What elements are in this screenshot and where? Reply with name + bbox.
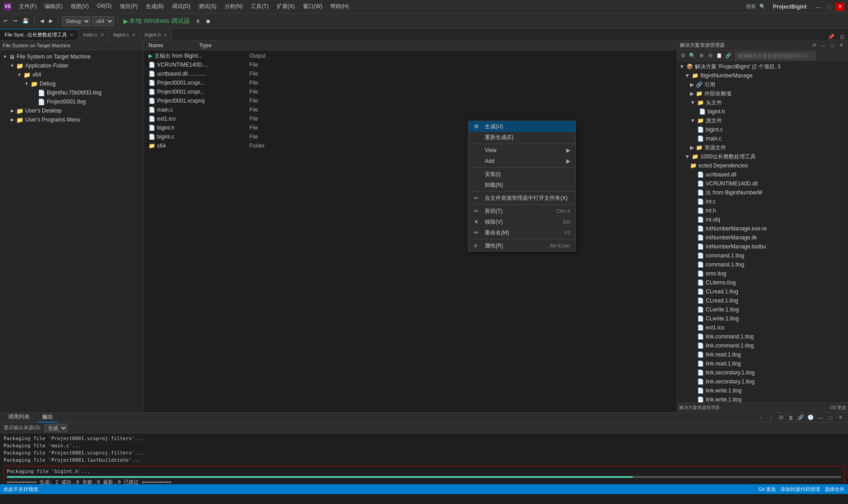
- ctx-uninstall[interactable]: 卸载(N): [469, 180, 576, 190]
- sol-lastbu[interactable]: 📄 intNumberManage.lastbu: [677, 242, 848, 251]
- menu-analyze[interactable]: 分析(N): [221, 2, 247, 11]
- rp-toolbar-btn-1[interactable]: ⚙: [679, 52, 687, 60]
- file-row-ucrtbased[interactable]: 📄 ucrtbased.dll............ File: [144, 69, 677, 78]
- tab-biginth[interactable]: bigint.h ✕: [140, 29, 172, 40]
- file-row-bigintc[interactable]: 📄 bigint.c File: [144, 132, 677, 141]
- tree-item-desktop[interactable]: ▶ 📁 User's Desktop: [0, 106, 144, 115]
- output-tab-callstack[interactable]: 调用列表: [4, 413, 34, 423]
- out-btn-2[interactable]: ↓: [767, 414, 775, 422]
- sol-linkcmd1[interactable]: 📄 link.command.1.tlog: [677, 332, 848, 341]
- sol-clread1[interactable]: 📄 CLread.1.tlog: [677, 287, 848, 296]
- out-btn-5[interactable]: 🔗: [797, 414, 805, 422]
- sol-exe-recipe[interactable]: 📄 intNumberManage.exe.re: [677, 224, 848, 233]
- ctx-properties[interactable]: ≡ 属性(R) Alt+Enter: [469, 240, 576, 251]
- sol-longint-project[interactable]: ▼ 📁 1000位长整数处理工具: [677, 152, 848, 161]
- nav-back-button[interactable]: ◀: [38, 16, 45, 27]
- ctx-add[interactable]: Add ▶: [469, 156, 576, 166]
- save-button[interactable]: 💾: [21, 16, 31, 27]
- maximize-button[interactable]: □: [825, 3, 834, 11]
- file-row-x64folder[interactable]: 📁 x64 Folder: [144, 141, 677, 150]
- sol-linkread1[interactable]: 📄 link.read.1.tlog: [677, 350, 848, 359]
- rp-toolbar-btn-4[interactable]: ⊟: [706, 52, 714, 60]
- file-row-proj2[interactable]: 📄 Project0001.vcxpr... File: [144, 87, 677, 96]
- tab-bigintc-close[interactable]: ✕: [132, 32, 135, 37]
- rp-collapse-button[interactable]: —: [819, 41, 827, 50]
- out-btn-6[interactable]: 🕐: [807, 414, 815, 422]
- menu-git[interactable]: Git(G): [93, 2, 115, 11]
- sol-externaldeps[interactable]: ▶ 📁 外部依赖项: [677, 89, 848, 98]
- debug-config-select[interactable]: Debug: [62, 16, 90, 26]
- menu-extensions[interactable]: 扩展(X): [273, 2, 298, 11]
- sol-bigintmanage[interactable]: ▼ 📁 BigintNumberManage: [677, 71, 848, 80]
- file-row-output[interactable]: ▶ 主输出 from Bigint... Output: [144, 51, 677, 60]
- split-button[interactable]: ⊟: [838, 34, 846, 40]
- sol-intobj[interactable]: 📄 int.obj: [677, 215, 848, 224]
- sol-sourcefiles[interactable]: ▼ 📁 源文件: [677, 116, 848, 125]
- tree-item-proj0001[interactable]: 📄 Project0001.tlog: [0, 97, 144, 106]
- rp-close-button[interactable]: ✕: [837, 41, 845, 50]
- sol-bigintc-src[interactable]: 📄 bigint.c: [677, 125, 848, 134]
- ctx-build[interactable]: ⚙ 生成(U): [469, 121, 576, 132]
- platform-select[interactable]: x64: [92, 16, 114, 26]
- sol-cmd1[interactable]: 📄 command.1.tlog: [677, 251, 848, 260]
- menu-project[interactable]: 项目(P): [116, 2, 141, 11]
- pause-button[interactable]: ⏸: [194, 16, 202, 27]
- sol-ucrtbased[interactable]: 📄 ucrtbased.dll: [677, 170, 848, 179]
- redo-button[interactable]: ↪: [11, 16, 19, 27]
- run-button[interactable]: ▶ 本地 Windows 调试器: [122, 16, 192, 27]
- rp-toolbar-btn-3[interactable]: ⊞: [697, 52, 705, 60]
- file-row-proj3[interactable]: 📄 Project0001.vcxproj File: [144, 96, 677, 105]
- sol-linkwrite1[interactable]: 📄 link.write.1.tlog: [677, 386, 848, 395]
- out-btn-3[interactable]: ⊟: [777, 414, 785, 422]
- menu-window[interactable]: 窗口(W): [299, 2, 326, 11]
- sol-resfiles[interactable]: ▶ 📁 资源文件: [677, 143, 848, 152]
- tree-item-programs[interactable]: ▶ 📁 User's Programs Menu: [0, 115, 144, 124]
- solution-search-input[interactable]: [735, 51, 816, 60]
- pin-button[interactable]: 📌: [826, 34, 836, 40]
- menu-build[interactable]: 生成(B): [142, 2, 167, 11]
- tab-mainc-close[interactable]: ✕: [100, 32, 104, 37]
- rp-toolbar-btn-6[interactable]: 🔗: [724, 52, 732, 60]
- minimize-button[interactable]: —: [814, 3, 823, 11]
- sol-linkread2[interactable]: 📄 link.read.1.tlog: [677, 359, 848, 368]
- nav-forward-button[interactable]: ▶: [47, 16, 54, 27]
- tree-item-x64[interactable]: ▼ 📁 x64: [0, 70, 144, 79]
- sol-refs[interactable]: ▶ 🔗 引用: [677, 80, 848, 89]
- tab-mainc[interactable]: main.c ✕: [78, 29, 108, 40]
- out-btn-4[interactable]: 🗑: [787, 414, 795, 422]
- menu-help[interactable]: 帮助(H): [327, 2, 352, 11]
- ctx-cut[interactable]: ✂ 剪切(T) Ctrl+X: [469, 206, 576, 216]
- output-source-select[interactable]: 生成: [44, 424, 68, 432]
- sol-vcruntime[interactable]: 📄 VCRUNTIME140D.dll: [677, 179, 848, 188]
- output-expand-btn[interactable]: □: [826, 414, 834, 422]
- sol-linkwrite2[interactable]: 📄 link.write.1.tlog: [677, 395, 848, 402]
- sol-ilk[interactable]: 📄 intNumberManage.ilk: [677, 233, 848, 242]
- sol-solution[interactable]: ▼ 📦 解决方案 'ProjectBigint' (2 个项目, 3: [677, 62, 848, 71]
- ctx-open-folder[interactable]: ↩ 在文件资源管理器中打开文件夹(X): [469, 193, 576, 203]
- tab-biginth-close[interactable]: ✕: [163, 32, 167, 37]
- sol-cmd2[interactable]: 📄 command.1.tlog: [677, 260, 848, 269]
- sol-intc[interactable]: 📄 int.c: [677, 197, 848, 206]
- ctx-rename[interactable]: ✏ 重命名(M) F2: [469, 227, 576, 238]
- file-row-ext1ico[interactable]: 📄 ext1.ico File: [144, 114, 677, 123]
- ctx-rebuild[interactable]: 重新生成(E): [469, 132, 576, 143]
- rp-sync-button[interactable]: ⟳: [810, 41, 818, 50]
- menu-view[interactable]: 视图(V): [67, 2, 92, 11]
- menu-tools[interactable]: 工具(T): [247, 2, 272, 11]
- sol-ems[interactable]: 📄 ems.tlog: [677, 269, 848, 278]
- tree-item-appfolder[interactable]: ▼ 📁 Application Folder: [0, 61, 144, 70]
- undo-button[interactable]: ↩: [2, 16, 9, 27]
- tree-item-root[interactable]: ▼ 🖥 File System on Target Machine: [0, 52, 144, 61]
- menu-test[interactable]: 测试(S): [195, 2, 220, 11]
- sol-clwrite2[interactable]: 📄 CLwrite.1.tlog: [677, 314, 848, 323]
- sol-linksec2[interactable]: 📄 link.secondary.1.tlog: [677, 377, 848, 386]
- tree-item-debug[interactable]: ▼ 📁 Debug: [0, 79, 144, 88]
- file-row-mainc[interactable]: 📄 main.c File: [144, 105, 677, 114]
- sol-clread2[interactable]: 📄 CLread.1.tlog: [677, 296, 848, 305]
- sol-chu[interactable]: 📄 出 from BigintNumberM: [677, 188, 848, 197]
- output-close-btn[interactable]: ✕: [836, 414, 844, 422]
- file-row-vcruntime[interactable]: 📄 VCRUNTIME140D.... File: [144, 60, 677, 69]
- tab-bigintc[interactable]: bigint.c ✕: [109, 29, 140, 40]
- rp-toolbar-btn-5[interactable]: 📋: [715, 52, 723, 60]
- ctx-install[interactable]: 安装(I): [469, 169, 576, 180]
